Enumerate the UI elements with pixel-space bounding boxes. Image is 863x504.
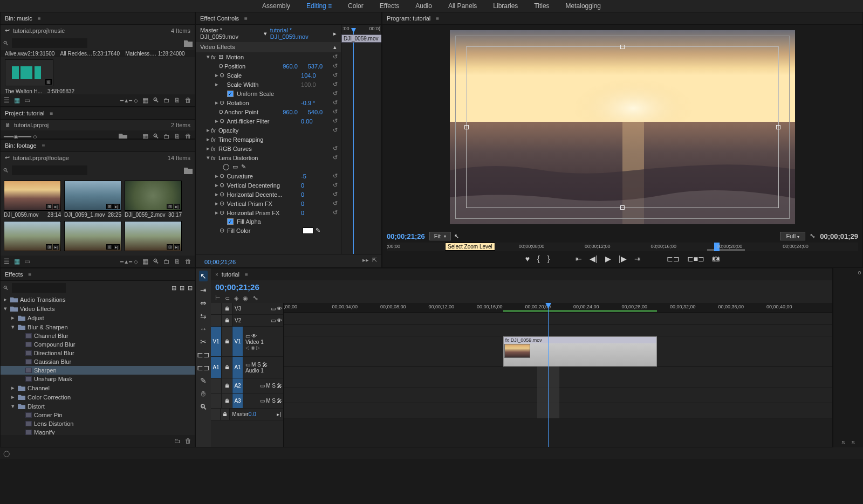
mask-rect-icon[interactable]: ▭	[232, 163, 238, 170]
effects-preset[interactable]: Unsharp Mask	[1, 375, 195, 383]
transform-handle-top[interactable]	[620, 45, 625, 49]
search-input[interactable]	[12, 38, 87, 48]
footage-thumb[interactable]: ⊞▸|	[125, 221, 182, 252]
play-icon[interactable]: ▶	[605, 254, 611, 263]
trash-icon[interactable]: 🗑︎	[185, 258, 191, 265]
fx-motion[interactable]: Motion	[226, 54, 302, 60]
position-y-input[interactable]: 537.0	[308, 63, 333, 70]
search-icon[interactable]: 🔍︎	[153, 96, 159, 104]
panel-tab-effects[interactable]: Effects≡	[1, 268, 195, 281]
settings-icon[interactable]: ▦	[142, 133, 148, 139]
fx-badge-icon[interactable]: ⊟	[188, 285, 193, 292]
fill-color-swatch[interactable]	[303, 227, 313, 234]
track-source-a1[interactable]: A1	[211, 357, 222, 378]
vdec-input[interactable]: 0	[301, 182, 333, 189]
slip-tool-icon[interactable]: ⊏⊐	[197, 350, 210, 359]
playhead[interactable]	[548, 303, 549, 447]
add-marker-icon[interactable]: ◉	[243, 295, 248, 302]
toggle-output-icon[interactable]: ▭	[260, 398, 265, 404]
curvature-input[interactable]: -5	[301, 173, 333, 179]
toggle-output-icon[interactable]: ▭	[271, 306, 276, 312]
fx-rgb-curves[interactable]: RGB Curves	[218, 146, 294, 152]
in-point-icon[interactable]: {	[537, 254, 540, 263]
folder-icon[interactable]	[119, 133, 127, 139]
ec-mini-timeline[interactable]: :00 00:0( DJI_0059.mov	[341, 25, 381, 254]
freeform-icon[interactable]: ▭	[24, 258, 30, 265]
trash-icon[interactable]: 🗑︎	[185, 133, 191, 139]
eyedropper-icon[interactable]: ✎	[316, 227, 320, 234]
track-v3-label[interactable]: V3	[232, 306, 271, 312]
toggle-output-icon[interactable]: ▭	[271, 317, 276, 323]
reset-icon[interactable]: ↺	[333, 90, 338, 97]
export-frame-icon[interactable]: 📷︎	[712, 254, 720, 263]
lift-icon[interactable]: ⊏⊐	[667, 254, 680, 263]
list-view-icon[interactable]: ☰	[4, 258, 10, 265]
new-bin-icon[interactable]: 🗀︎	[163, 258, 170, 265]
reset-icon[interactable]: ↺	[333, 182, 338, 189]
fx-opacity[interactable]: Opacity	[218, 127, 294, 134]
panel-tab-effect-controls[interactable]: Effect Controls≡	[196, 12, 381, 25]
timeline-clip[interactable]: fxDJI_0059.mov	[503, 336, 657, 367]
lock-icon[interactable]: 🔒︎	[222, 303, 232, 314]
hprism-input[interactable]: 0	[301, 210, 333, 216]
folder-icon[interactable]	[184, 167, 193, 174]
track-target-a2[interactable]: A2	[232, 378, 243, 393]
linked-sel-icon[interactable]: ⊂	[225, 295, 230, 302]
go-to-out-icon[interactable]: ⇥	[634, 254, 641, 263]
reset-icon[interactable]: ↺	[333, 172, 338, 179]
lock-icon[interactable]: 🔒︎	[222, 315, 232, 326]
mic-icon[interactable]: 🎤︎	[277, 398, 282, 404]
slide-tool-icon[interactable]: ⊏⊐	[197, 363, 210, 372]
eye-icon[interactable]: 👁︎	[277, 306, 282, 312]
effects-preset[interactable]: Gaussian Blur	[1, 357, 195, 366]
fx-badge-icon[interactable]: ⊞	[172, 285, 176, 292]
mask-pen-icon[interactable]: ✎	[241, 163, 246, 170]
razor-tool-icon[interactable]: ✂︎	[200, 337, 207, 346]
icon-view-icon[interactable]: ▦	[14, 258, 20, 265]
back-icon[interactable]: ↩	[5, 27, 10, 34]
quality-dropdown[interactable]: Full ▾	[780, 232, 805, 240]
hand-tool-icon[interactable]: ✋︎	[201, 389, 206, 398]
workspace-tab-metalogging[interactable]: Metalogging	[566, 2, 601, 10]
panel-tab-bin-music[interactable]: Bin: music≡	[1, 12, 195, 25]
anchor-x-input[interactable]: 960.0	[283, 109, 307, 115]
ripple-tool-icon[interactable]: ⇔	[200, 299, 207, 307]
transform-handle-bottom[interactable]	[620, 205, 625, 210]
lock-icon[interactable]: 🔒︎	[222, 327, 232, 356]
workspace-tab-color[interactable]: Color	[348, 2, 364, 10]
mic-icon[interactable]: 🎤︎	[277, 383, 282, 389]
marker-icon[interactable]: ◈	[234, 295, 238, 302]
timeline-timecode[interactable]: 00;00;21;26	[215, 282, 259, 292]
reset-icon[interactable]: ↺	[333, 118, 338, 125]
step-back-icon[interactable]: ◀|	[590, 254, 598, 263]
go-to-in-icon[interactable]: ⇤	[576, 254, 582, 263]
new-bin-icon[interactable]: 🗀︎	[163, 96, 170, 104]
step-forward-icon[interactable]: |▶	[619, 254, 627, 263]
track-v2-label[interactable]: V2	[232, 317, 271, 323]
anchor-y-input[interactable]: 540.0	[308, 109, 333, 115]
lock-icon[interactable]: 🔒︎	[222, 357, 232, 378]
effects-preset[interactable]: Channel Blur	[1, 332, 195, 340]
music-tile[interactable]: ⊞ The Walton H...3:58:05832	[1, 57, 195, 94]
pen-tool-icon[interactable]: ✎	[200, 376, 207, 385]
settings-icon[interactable]: ▦	[142, 96, 148, 104]
effects-search-input[interactable]	[12, 283, 66, 293]
go-prev-icon[interactable]: ▸▸	[362, 257, 369, 263]
effects-folder[interactable]: ▾Distort	[1, 402, 195, 411]
program-timecode[interactable]: 00;00;21;26	[387, 232, 425, 240]
rolling-tool-icon[interactable]: ⇆	[200, 312, 207, 320]
workspace-tab-audio[interactable]: Audio	[415, 2, 432, 10]
settings-icon[interactable]: ▦	[142, 258, 148, 265]
export-icon[interactable]: ⇱	[372, 257, 377, 263]
effects-preset[interactable]: Lens Distortion	[1, 419, 195, 428]
new-item-icon[interactable]: 🗎︎	[174, 258, 181, 265]
fx-lens-distortion[interactable]: Lens Distortion	[218, 155, 294, 161]
search-icon[interactable]: 🔍︎	[153, 258, 159, 265]
freeform-icon[interactable]: ▭	[24, 96, 30, 104]
panel-tab-project[interactable]: Project: tutorial≡	[1, 107, 195, 120]
workspace-tab-allpanels[interactable]: All Panels	[448, 2, 477, 10]
reset-icon[interactable]: ↺	[333, 63, 338, 70]
lock-icon[interactable]: 🔒︎	[222, 393, 232, 408]
effects-folder[interactable]: ▾Video Effects	[1, 304, 195, 313]
snap-icon[interactable]: ⊢	[215, 295, 221, 302]
